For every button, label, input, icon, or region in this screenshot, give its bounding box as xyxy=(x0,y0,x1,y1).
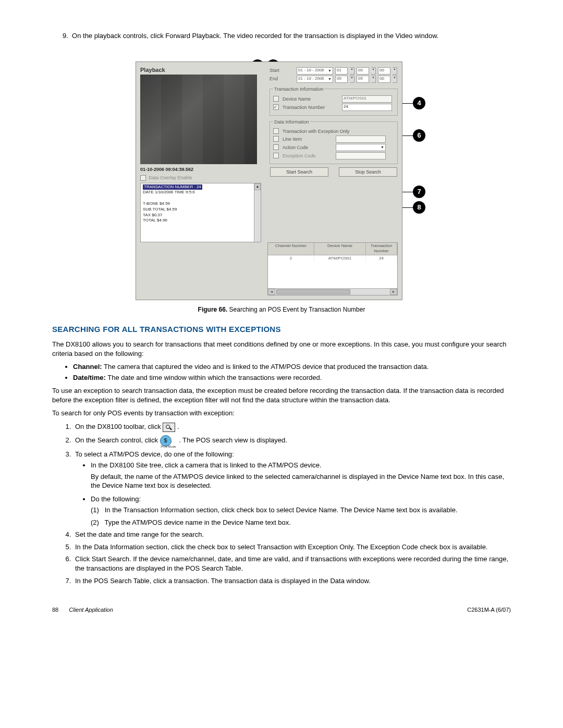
action-code-checkbox[interactable] xyxy=(273,144,279,150)
video-timestamp: 01-10-2006 09:04:39.562 xyxy=(140,167,193,172)
step-3-sub1-note: By default, the name of the ATM/POS devi… xyxy=(91,472,511,490)
start-date-input[interactable]: 01 - 10 - 2006▼ xyxy=(297,67,333,75)
figure-caption: Figure 66. Searching an POS Event by Tra… xyxy=(136,305,427,314)
callout-8: 8 xyxy=(413,201,425,214)
step-3-sub1: In the DX8100 Site tree, click a camera … xyxy=(91,461,511,490)
page-number: 88 xyxy=(52,607,58,613)
data-info-section: Data Information Transaction with Except… xyxy=(270,119,398,164)
td-trans: 24 xyxy=(366,255,397,262)
line-item-checkbox[interactable] xyxy=(273,136,279,142)
video-area xyxy=(140,75,257,164)
end-ss[interactable]: 00 xyxy=(378,76,390,83)
procedure-intro: To search for only POS events by transac… xyxy=(52,409,511,418)
bullet-channel: Channel: The camera that captured the vi… xyxy=(73,362,511,372)
step-6: Click Start Search. If the device name/c… xyxy=(73,554,511,573)
playback-title: Playback xyxy=(140,66,265,74)
start-ss[interactable]: 00 xyxy=(378,67,390,75)
step-9: 9. On the playback controls, click Forwa… xyxy=(73,31,511,41)
criteria-list: Channel: The camera that captured the vi… xyxy=(73,362,511,382)
exc-only-checkbox[interactable] xyxy=(273,128,279,134)
th-trans: Transaction Number xyxy=(366,243,397,255)
playback-screenshot: Playback 01-10-2006 09:04:39.562 Data Ov… xyxy=(136,61,402,300)
step-5: In the Data Information section, click t… xyxy=(73,542,511,552)
exc-only-label: Transaction with Exception Only xyxy=(283,128,349,134)
step-9-text: On the playback controls, click Forward … xyxy=(72,32,438,40)
transaction-info-section: Transaction Information Device Name ATM/… xyxy=(270,86,398,116)
data-r3: TAX $0.37 xyxy=(143,213,162,217)
callout-4: 4 xyxy=(413,97,425,109)
line-item-input[interactable] xyxy=(336,135,386,143)
footer-title: Client Application xyxy=(69,607,113,613)
section-heading: SEARCHING FOR ALL TRANSACTIONS WITH EXCE… xyxy=(52,324,511,335)
end-date-input[interactable]: 01 - 10 - 2006▼ xyxy=(297,76,333,83)
step-3-sub2-1: (1) In the Transaction Information secti… xyxy=(91,505,511,515)
end-hh[interactable]: 09 xyxy=(335,76,348,83)
pos-search-table[interactable]: Channel Number Device Name Transaction N… xyxy=(267,242,398,295)
end-mm[interactable]: 05 xyxy=(357,76,369,83)
bullet-datetime: Date/time: The date and time window with… xyxy=(73,373,511,382)
step-4: Set the date and time range for the sear… xyxy=(73,530,511,539)
ti-legend: Transaction Information xyxy=(273,86,324,92)
data-overlay-checkbox[interactable] xyxy=(140,175,146,181)
th-channel: Channel Number xyxy=(268,243,314,255)
data-r1: T-BONE $4.59 xyxy=(143,201,170,206)
trans-num-input[interactable]: 24 xyxy=(342,104,392,111)
callout-7: 7 xyxy=(413,186,425,198)
page-footer: 88Client Application C2631M-A (6/07) xyxy=(52,606,511,614)
doc-id: C2631M-A (6/07) xyxy=(467,606,511,614)
trans-num-checkbox[interactable] xyxy=(273,104,279,110)
action-code-label: Action Code xyxy=(283,144,334,151)
device-name-checkbox[interactable] xyxy=(273,96,279,102)
step-3-sub2: Do the following: (1) In the Transaction… xyxy=(91,495,511,527)
trans-num-label: Transaction Number xyxy=(283,104,340,110)
action-code-select[interactable]: ▼ xyxy=(336,144,386,151)
exception-code-checkbox[interactable] xyxy=(273,153,279,158)
exception-code-input[interactable] xyxy=(336,152,386,159)
pos-mode-icon: $POS Mode xyxy=(160,435,172,447)
data-r2: SUB TOTAL $4.59 xyxy=(143,207,177,212)
stop-search-button[interactable]: Stop Search xyxy=(339,167,397,177)
search-icon xyxy=(163,423,175,432)
step-1: On the DX8100 toolbar, click . xyxy=(73,422,511,432)
data-window: TRANSACTION NUMBER : 24 DATE 1/10/2006 T… xyxy=(140,183,261,242)
figure-66: 5 3b 4 6 7 8 Playback 01-10-2006 09:04:3… xyxy=(136,61,427,314)
line-item-label: Line Item xyxy=(283,136,334,142)
figcap-label: Figure 66. xyxy=(198,306,228,313)
td-device: ATM/POS01 xyxy=(314,255,366,262)
td-channel: 2 xyxy=(268,255,314,262)
step-2: On the Search control, click $POS Mode .… xyxy=(73,435,511,447)
step-3: To select a ATM/POS device, do one of th… xyxy=(73,450,511,527)
th-device: Device Name xyxy=(314,243,366,255)
start-hh[interactable]: 01 xyxy=(335,67,348,75)
step-7: In the POS Search Table, click a transac… xyxy=(73,576,511,586)
exception-code-label: Exception Code xyxy=(283,153,334,159)
exception-note: To use an exception to search transactio… xyxy=(52,386,511,404)
data-r4: TOTAL $4.96 xyxy=(143,218,167,223)
data-date: DATE 1/10/2006 TIME 9:5:0 xyxy=(143,190,195,194)
device-name-label: Device Name xyxy=(283,96,340,102)
step-3-sub2-2: (2) Type the ATM/POS device name in the … xyxy=(91,518,511,527)
procedure-steps: On the DX8100 toolbar, click . On the Se… xyxy=(73,422,511,585)
data-tn: TRANSACTION NUMBER : 24 xyxy=(143,184,202,190)
figcap-text: Searching an POS Event by Transaction Nu… xyxy=(229,306,365,313)
data-overlay-label: Data Overlay Enable xyxy=(149,175,192,180)
start-label: Start xyxy=(270,67,295,73)
callout-6: 6 xyxy=(413,129,425,142)
device-name-input[interactable]: ATM/POS01 xyxy=(342,95,392,103)
di-legend: Data Information xyxy=(273,119,310,125)
end-label: End xyxy=(270,76,295,82)
start-mm[interactable]: 00 xyxy=(357,67,369,75)
table-hscroll[interactable]: ◄► xyxy=(268,288,397,295)
data-window-scrollbar[interactable]: ▲ xyxy=(254,183,261,242)
intro-paragraph: The DX8100 allows you to search for tran… xyxy=(52,340,511,358)
start-search-button[interactable]: Start Search xyxy=(270,167,328,177)
table-row[interactable]: 2 ATM/POS01 24 xyxy=(268,255,397,262)
step-9-num: 9. xyxy=(63,32,68,40)
